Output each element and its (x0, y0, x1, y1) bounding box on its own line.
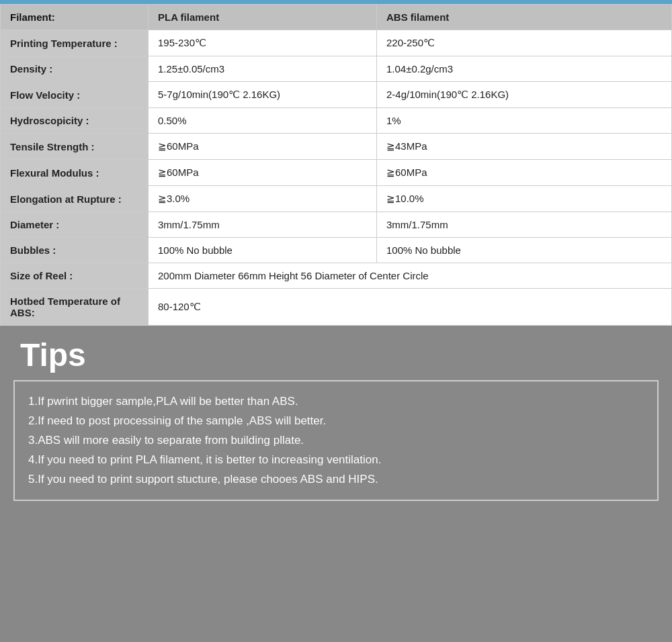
row-pla: 100% No bubble (149, 238, 377, 263)
row-abs: 2-4g/10min(190℃ 2.16KG) (377, 82, 672, 108)
row-pla: ≧60MPa (149, 160, 377, 186)
table-row: Tensile Strength : ≧60MPa ≧43MPa (1, 134, 672, 160)
row-abs: 100% No bubble (377, 238, 672, 263)
row-abs: 220-250℃ (377, 30, 672, 56)
table-row: Diameter : 3mm/1.75mm 3mm/1.75mm (1, 212, 672, 238)
row-abs: ≧60MPa (377, 160, 672, 186)
tip-1: 1.If pwrint bigger sample,PLA will be be… (28, 392, 644, 412)
table-row: Size of Reel : 200mm Diameter 66mm Heigh… (1, 263, 672, 289)
row-label: Diameter : (1, 212, 149, 238)
row-pla: 80-120℃ (149, 289, 672, 326)
row-label: Hotbed Temperature of ABS: (1, 289, 149, 326)
tip-3: 3.ABS will more easily to separate from … (28, 431, 644, 451)
row-pla-full: 200mm Diameter 66mm Height 56 Diameter o… (149, 263, 672, 289)
header-abs: ABS filament (377, 5, 672, 30)
row-abs: ≧10.0% (377, 186, 672, 212)
row-label: Bubbles : (1, 238, 149, 263)
row-abs: 1.04±0.2g/cm3 (377, 56, 672, 82)
table-row: Printing Temperature : 195-230℃ 220-250℃ (1, 30, 672, 56)
tip-5: 5.If you need to print support stucture,… (28, 470, 644, 490)
row-label: Flow Velocity : (1, 82, 149, 108)
specs-table: Filament: PLA filament ABS filament Prin… (0, 4, 672, 326)
header-pla: PLA filament (149, 5, 377, 30)
row-pla: 195-230℃ (149, 30, 377, 56)
row-label: Size of Reel : (1, 263, 149, 289)
tip-4: 4.If you need to print PLA filament, it … (28, 451, 644, 470)
header-label: Filament: (1, 5, 149, 30)
row-label: Flexural Modulus : (1, 160, 149, 186)
table-row: Density : 1.25±0.05/cm3 1.04±0.2g/cm3 (1, 56, 672, 82)
table-row: Bubbles : 100% No bubble 100% No bubble (1, 238, 672, 263)
row-pla: ≧60MPa (149, 134, 377, 160)
table-header-row: Filament: PLA filament ABS filament (1, 5, 672, 30)
table-row: Flow Velocity : 5-7g/10min(190℃ 2.16KG) … (1, 82, 672, 108)
row-label: Hydroscopicity : (1, 108, 149, 134)
row-pla: 1.25±0.05/cm3 (149, 56, 377, 82)
row-label: Elongation at Rupture : (1, 186, 149, 212)
table-row: Hotbed Temperature of ABS: 80-120℃ (1, 289, 672, 326)
row-abs: ≧43MPa (377, 134, 672, 160)
row-pla: ≧3.0% (149, 186, 377, 212)
table-row: Flexural Modulus : ≧60MPa ≧60MPa (1, 160, 672, 186)
row-pla: 0.50% (149, 108, 377, 134)
tips-box: 1.If pwrint bigger sample,PLA will be be… (13, 380, 659, 501)
table-row: Elongation at Rupture : ≧3.0% ≧10.0% (1, 186, 672, 212)
tips-section: Tips 1.If pwrint bigger sample,PLA will … (0, 326, 672, 514)
row-pla: 5-7g/10min(190℃ 2.16KG) (149, 82, 377, 108)
tip-2: 2.If need to post processinig of the sam… (28, 412, 644, 431)
row-label: Tensile Strength : (1, 134, 149, 160)
tips-title: Tips (13, 336, 659, 373)
specs-table-container: Filament: PLA filament ABS filament Prin… (0, 4, 672, 326)
row-label: Density : (1, 56, 149, 82)
row-pla: 3mm/1.75mm (149, 212, 377, 238)
row-abs: 3mm/1.75mm (377, 212, 672, 238)
table-row: Hydroscopicity : 0.50% 1% (1, 108, 672, 134)
row-abs: 1% (377, 108, 672, 134)
row-label: Printing Temperature : (1, 30, 149, 56)
